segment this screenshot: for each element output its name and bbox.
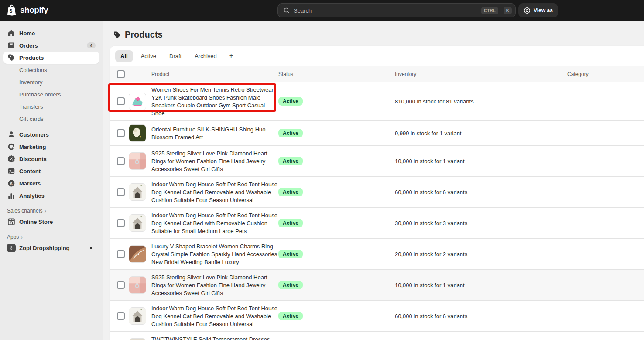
sidebar-item-label: Customers xyxy=(19,131,96,138)
sidebar-item-customers[interactable]: Customers xyxy=(3,128,99,141)
select-all-checkbox[interactable] xyxy=(117,70,125,78)
status-badge: Active xyxy=(278,129,303,137)
product-thumbnail-bracelet xyxy=(129,245,146,263)
store-icon xyxy=(7,217,16,226)
tab-archived[interactable]: Archived xyxy=(189,50,222,62)
sidebar-item-home[interactable]: Home xyxy=(3,27,99,39)
row-status-cell: Active xyxy=(278,129,395,137)
column-header-category[interactable]: Category xyxy=(567,71,644,77)
status-badge: Active xyxy=(278,312,303,320)
sidebar-subitem-label: Transfers xyxy=(19,103,96,110)
sidebar-item-orders[interactable]: Orders4 xyxy=(3,39,99,52)
table-row[interactable]: Indoor Warm Dog House Soft Pet Bed Tent … xyxy=(110,208,644,239)
sidebar-main-nav: HomeOrders4Products xyxy=(0,27,103,64)
view-as-button[interactable]: View as xyxy=(518,3,558,17)
svg-text:$: $ xyxy=(10,181,13,186)
row-checkbox-cell xyxy=(110,188,129,196)
row-checkbox[interactable] xyxy=(117,281,125,289)
sidebar-products-subnav: CollectionsInventoryPurchase ordersTrans… xyxy=(0,64,103,125)
table-row[interactable]: Oriental Furniture SILK-SHINGHU Shing Hu… xyxy=(110,121,644,146)
row-thumb-cell xyxy=(129,183,151,201)
tab-all[interactable]: All xyxy=(115,50,133,62)
row-thumb-cell xyxy=(129,124,151,142)
sidebar-item-collections[interactable]: Collections xyxy=(3,64,99,76)
sidebar-item-label: Content xyxy=(19,168,96,175)
row-checkbox[interactable] xyxy=(117,129,125,137)
sidebar-item-gift-cards[interactable]: Gift cards xyxy=(3,113,99,125)
row-checkbox[interactable] xyxy=(117,157,125,165)
product-title: Indoor Warm Dog House Soft Pet Bed Tent … xyxy=(151,181,277,203)
table-row[interactable]: S925 Sterling Silver Love Pink Diamond H… xyxy=(110,270,644,301)
top-bar: S shopify Search CTRL K View as xyxy=(0,0,644,21)
chevron-right-icon: › xyxy=(21,234,23,240)
page-title: Products xyxy=(125,30,163,40)
row-inventory-cell: 10,000 in stock for 1 variant xyxy=(395,157,567,165)
row-checkbox-cell xyxy=(110,312,129,320)
table-row[interactable]: S925 Sterling Silver Love Pink Diamond H… xyxy=(110,146,644,177)
row-checkbox[interactable] xyxy=(117,250,125,258)
product-title: Indoor Warm Dog House Soft Pet Bed Tent … xyxy=(151,212,277,234)
orders-count-badge: 4 xyxy=(87,42,96,48)
row-title-cell: S925 Sterling Silver Love Pink Diamond H… xyxy=(151,149,278,173)
sidebar-item-transfers[interactable]: Transfers xyxy=(3,100,99,113)
row-checkbox[interactable] xyxy=(117,97,125,105)
sidebar-apps-nav: Zopi Dropshipping xyxy=(0,242,103,254)
sidebar-item-inventory[interactable]: Inventory xyxy=(3,76,99,88)
table-row[interactable]: TWOTWINSTYLE Solid Temperament Dresses F… xyxy=(110,332,644,340)
kbd-k: K xyxy=(504,7,512,14)
sidebar-item-label: Online Store xyxy=(19,219,96,225)
row-inventory-cell: 10,000 in stock for 1 variant xyxy=(395,281,567,289)
home-icon xyxy=(7,29,16,38)
row-checkbox[interactable] xyxy=(117,188,125,196)
column-header-inventory[interactable]: Inventory xyxy=(395,71,567,77)
row-checkbox-cell xyxy=(110,219,129,227)
row-title-cell: Indoor Warm Dog House Soft Pet Bed Tent … xyxy=(151,304,278,328)
column-header-status[interactable]: Status xyxy=(278,71,395,77)
row-checkbox[interactable] xyxy=(117,219,125,227)
inventory-text: 60,000 in stock for 6 variants xyxy=(395,313,467,319)
row-title-cell: Luxury V-Shaped Bracelet Women Charms Ri… xyxy=(151,242,278,266)
column-header-product[interactable]: Product xyxy=(151,71,278,77)
shopify-logo[interactable]: S shopify xyxy=(6,4,48,16)
status-badge: Active xyxy=(278,188,303,196)
table-row[interactable]: Indoor Warm Dog House Soft Pet Bed Tent … xyxy=(110,301,644,332)
sidebar-subitem-label: Inventory xyxy=(19,79,96,86)
tag-icon xyxy=(7,53,16,62)
search-input[interactable]: Search CTRL K xyxy=(277,3,516,17)
inventory-text: 10,000 in stock for 1 variant xyxy=(395,282,465,288)
sidebar-section-apps[interactable]: Apps › xyxy=(7,234,96,240)
main-content: Products AllActiveDraftArchived+ Product… xyxy=(103,21,644,340)
sidebar-item-products[interactable]: Products xyxy=(3,52,99,64)
row-inventory-cell: 20,000 in stock for 2 variants xyxy=(395,250,567,258)
row-inventory-cell: 9,999 in stock for 1 variant xyxy=(395,129,567,137)
table-row[interactable]: Women Shoes For Men Tennis Retro Streetw… xyxy=(110,82,644,121)
add-view-button[interactable]: + xyxy=(225,51,238,61)
product-thumbnail-sneaker xyxy=(129,93,146,110)
product-title: S925 Sterling Silver Love Pink Diamond H… xyxy=(151,274,267,296)
row-checkbox[interactable] xyxy=(117,312,125,320)
sidebar-item-content[interactable]: Content xyxy=(3,165,99,177)
filter-tabs: AllActiveDraftArchived+ xyxy=(110,46,644,66)
row-checkbox-cell xyxy=(110,157,129,165)
sidebar: HomeOrders4Products CollectionsInventory… xyxy=(0,21,103,340)
tab-active[interactable]: Active xyxy=(136,50,161,62)
sidebar-item-marketing[interactable]: Marketing xyxy=(3,141,99,153)
table-row[interactable]: Indoor Warm Dog House Soft Pet Bed Tent … xyxy=(110,177,644,208)
sidebar-sales-channels-nav: Online Store xyxy=(0,216,103,228)
sidebar-item-analytics[interactable]: Analytics xyxy=(3,189,99,202)
sidebar-item-purchase-orders[interactable]: Purchase orders xyxy=(3,88,99,100)
sidebar-section-sales-channels[interactable]: Sales channels › xyxy=(7,208,96,214)
sidebar-item-markets[interactable]: $Markets xyxy=(3,177,99,189)
tab-draft[interactable]: Draft xyxy=(164,50,187,62)
status-badge: Active xyxy=(278,97,303,106)
product-thumbnail-ring xyxy=(129,152,146,170)
sidebar-item-zopi-dropshipping[interactable]: Zopi Dropshipping xyxy=(3,242,99,254)
sidebar-item-discounts[interactable]: Discounts xyxy=(3,153,99,165)
row-thumb-cell xyxy=(129,276,151,294)
tag-icon xyxy=(113,31,121,39)
product-title: Indoor Warm Dog House Soft Pet Bed Tent … xyxy=(151,305,277,327)
row-inventory-cell: 30,000 in stock for 3 variants xyxy=(395,219,567,227)
table-row[interactable]: Luxury V-Shaped Bracelet Women Charms Ri… xyxy=(110,239,644,270)
sidebar-item-online-store[interactable]: Online Store xyxy=(3,216,99,228)
kbd-ctrl: CTRL xyxy=(481,7,498,14)
